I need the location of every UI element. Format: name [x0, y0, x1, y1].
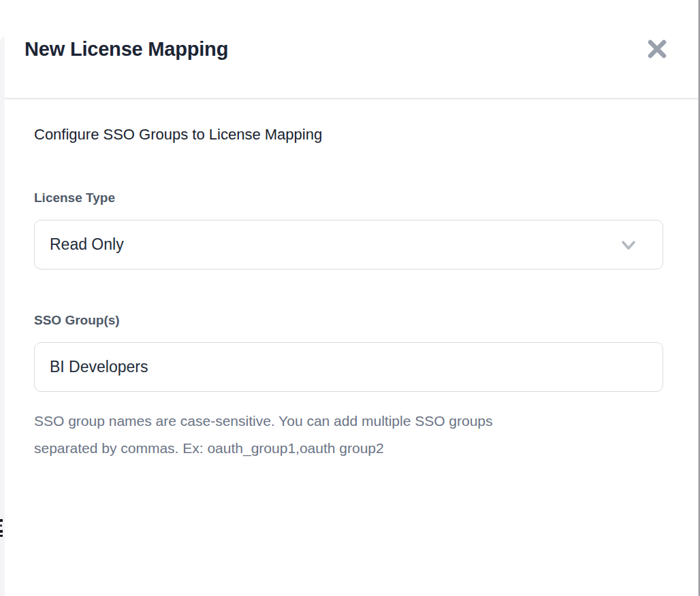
sso-groups-help-text: SSO group names are case-sensitive. You …: [34, 408, 531, 462]
close-button[interactable]: [645, 37, 669, 61]
modal-body: Configure SSO Groups to License Mapping …: [5, 127, 698, 462]
chevron-down-icon: [618, 234, 639, 256]
close-icon: [647, 39, 667, 59]
modal-subtitle: Configure SSO Groups to License Mapping: [34, 127, 663, 143]
license-type-selected-value: Read Only: [50, 235, 124, 254]
backdrop-content-fragment: [0, 530, 3, 533]
sso-groups-label: SSO Group(s): [34, 313, 663, 328]
license-type-select[interactable]: Read Only: [34, 220, 663, 269]
modal-header: New License Mapping: [5, 0, 698, 99]
backdrop-panel: [0, 37, 5, 596]
new-license-mapping-modal: New License Mapping Configure SSO Groups…: [5, 0, 698, 596]
backdrop-content-fragment: [0, 535, 3, 537]
backdrop-page-behind: [0, 0, 5, 596]
modal-title: New License Mapping: [25, 38, 228, 61]
backdrop-content-fragment: [0, 525, 2, 527]
page-background: New License Mapping Configure SSO Groups…: [0, 0, 700, 596]
sso-groups-input[interactable]: [34, 342, 663, 392]
backdrop-content-fragment: [0, 519, 3, 522]
license-type-label: License Type: [34, 191, 663, 205]
